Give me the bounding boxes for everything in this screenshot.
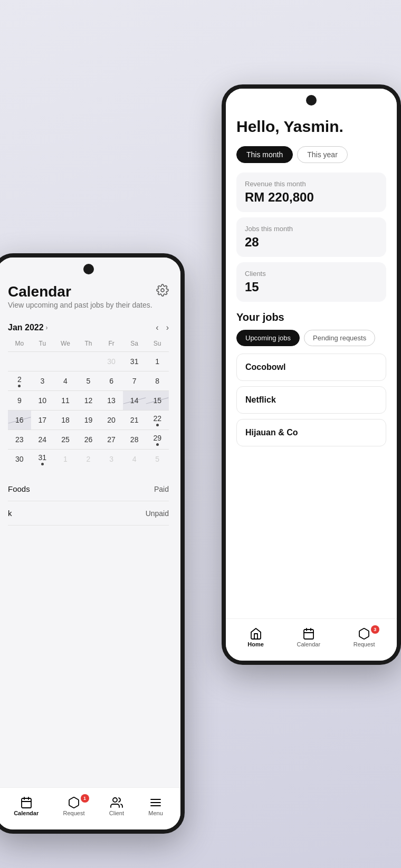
cal-day[interactable]: 30 [8,450,31,469]
screen-title: Calendar View upcoming and past jobs by … [8,284,152,320]
request-badge-right: 3 [371,625,379,634]
upcoming-jobs-button[interactable]: Upcoming jobs [236,330,300,346]
request-badge: 1 [81,794,89,803]
cal-day[interactable]: 28 [123,430,146,449]
cal-day[interactable]: 9 [8,391,31,410]
cal-day[interactable]: 29 [146,430,169,449]
cal-day[interactable]: 31 [31,450,54,469]
clients-card: Clients 15 [236,262,386,302]
cal-day[interactable]: 27 [100,430,123,449]
cal-day[interactable]: 5 [77,371,100,390]
month-expand-icon[interactable]: › [46,324,48,331]
cal-day[interactable]: 10 [31,391,54,410]
day-header-sa: Sa [123,338,146,351]
cal-day[interactable]: 2 [77,450,100,469]
left-phone: Calendar View upcoming and past jobs by … [0,253,185,834]
bottom-nav-right: Home Calendar 3 Request [226,618,397,661]
cal-day[interactable]: 11 [54,391,77,410]
cal-day[interactable] [8,352,31,371]
cal-day[interactable]: 19 [77,411,100,430]
day-header-th: Th [77,338,100,351]
right-phone-screen: Hello, Yasmin. This month This year Reve… [226,89,397,618]
cal-day[interactable] [31,352,54,371]
nav-calendar[interactable]: Calendar [14,796,39,816]
cal-day[interactable]: 23 [8,430,31,449]
next-month-button[interactable]: › [166,323,169,332]
left-phone-notch [83,264,94,274]
cal-day[interactable]: 6 [100,371,123,390]
revenue-card: Revenue this month RM 220,800 [236,173,386,212]
jobs-filter: Upcoming jobs Pending requests [236,330,386,346]
job-card-hijauan[interactable]: Hijauan & Co [236,419,386,446]
nav-request-right[interactable]: 3 Request [354,627,375,647]
cal-day[interactable]: 4 [54,371,77,390]
cal-day[interactable]: 14 [123,391,146,410]
month-label: Jan 2022 › [8,323,48,332]
prev-month-button[interactable]: ‹ [156,323,158,332]
jobs-card: Jobs this month 28 [236,217,386,257]
cal-day[interactable]: 17 [31,411,54,430]
job-card-netflick[interactable]: Netflick [236,386,386,414]
cal-day[interactable]: 12 [77,391,100,410]
your-jobs-title: Your jobs [236,311,386,323]
gear-icon[interactable] [156,284,169,299]
svg-point-0 [161,289,164,292]
calendar-nav: Jan 2022 › ‹ › [8,323,169,332]
day-header-mo: Mo [8,338,31,351]
this-year-button[interactable]: This year [297,146,348,163]
cal-day[interactable]: 8 [146,371,169,390]
cal-day[interactable]: 4 [123,450,146,469]
cal-day[interactable]: 5 [146,450,169,469]
period-toggle: This month This year [236,146,386,163]
calendar-arrows: ‹ › [156,323,169,332]
cal-day[interactable]: 24 [31,430,54,449]
right-phone: Hello, Yasmin. This month This year Reve… [222,84,401,665]
jobs-label: Jobs this month [245,225,378,233]
cal-day[interactable]: 1 [146,352,169,371]
day-header-su: Su [146,338,169,351]
nav-client[interactable]: Client [109,796,124,816]
svg-point-5 [113,798,117,802]
cal-day[interactable]: 22 [146,411,169,430]
cal-day[interactable]: 7 [123,371,146,390]
nav-calendar-right[interactable]: Calendar [297,627,320,647]
cal-day[interactable]: 15 [146,391,169,410]
right-phone-notch [306,95,317,106]
left-phone-screen: Calendar View upcoming and past jobs by … [0,257,180,787]
cal-day[interactable]: 3 [31,371,54,390]
cal-day[interactable]: 31 [123,352,146,371]
cal-day[interactable]: 25 [54,430,77,449]
cal-day[interactable]: 16 [8,411,31,430]
job-card-cocobowl[interactable]: Cocobowl [236,354,386,381]
pending-requests-button[interactable]: Pending requests [304,330,375,346]
cal-day[interactable]: 1 [54,450,77,469]
day-header-fr: Fr [100,338,123,351]
bottom-nav-left: Calendar 1 Request Client Menu [0,787,180,829]
nav-request[interactable]: 1 Request [63,796,85,816]
svg-rect-1 [22,798,31,808]
cal-day[interactable]: 13 [100,391,123,410]
cal-day[interactable]: 2 [8,371,31,390]
day-header-we: We [54,338,77,351]
revenue-label: Revenue this month [245,180,378,188]
invoice-item[interactable]: k Unpaid [8,501,169,526]
invoice-item[interactable]: Foods Paid [8,477,169,501]
cal-day[interactable]: 30 [100,352,123,371]
clients-label: Clients [245,270,378,278]
revenue-value: RM 220,800 [245,190,378,205]
clients-value: 15 [245,280,378,294]
nav-menu[interactable]: Menu [148,796,163,816]
cal-day[interactable]: 21 [123,411,146,430]
calendar-grid: Mo Tu We Th Fr Sa Su 30 31 1 2 3 4 5 6 7… [8,338,169,469]
this-month-button[interactable]: This month [236,146,293,163]
cal-day[interactable]: 18 [54,411,77,430]
nav-home[interactable]: Home [247,627,264,647]
cal-day[interactable] [77,352,100,371]
cal-day[interactable] [54,352,77,371]
left-header: Calendar View upcoming and past jobs by … [8,284,169,320]
cal-day[interactable]: 20 [100,411,123,430]
cal-day[interactable]: 26 [77,430,100,449]
day-header-tu: Tu [31,338,54,351]
cal-day[interactable]: 3 [100,450,123,469]
jobs-value: 28 [245,235,378,250]
